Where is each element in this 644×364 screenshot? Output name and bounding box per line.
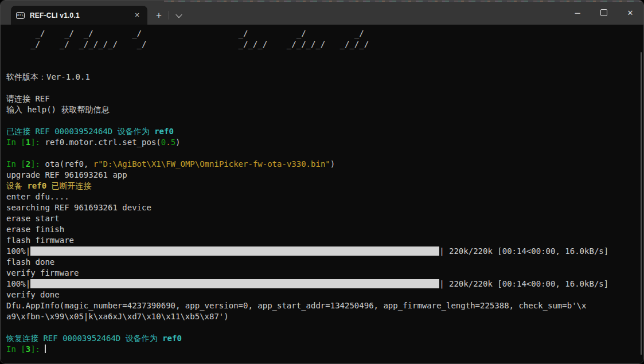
- terminal-line: In [2]: ota(ref0, r"D:\AgiBot\X1\FW_OMP\…: [6, 159, 643, 170]
- minimize-button[interactable]: ─: [564, 1, 591, 25]
- terminal-line: In [1]: ref0.motor.ctrl.set_pos(0.5): [6, 137, 643, 148]
- terminal-line: _/ _/ _/ _/ _/ _/ _/: [6, 28, 643, 39]
- terminal-line: [6, 115, 643, 126]
- terminal-line: [6, 148, 643, 159]
- terminal-line: 恢复连接 REF 00003952464D 设备作为 ref0: [6, 333, 643, 344]
- terminal-output[interactable]: _/ _/ _/ _/ _/ _/ _/ _/ _/ _/_/_/_/ _/ _…: [1, 25, 643, 364]
- terminal-line: 100%|| 220k/220k [00:14<00:00, 16.0kB/s]: [6, 246, 643, 257]
- terminal-line: 请连接 REF: [6, 93, 643, 104]
- terminal-line: 已连接 REF 00003952464D 设备作为 ref0: [6, 126, 643, 137]
- terminal-line: a9\xfbn-\x99\x05|k\xa6xJ\xd7\x10\x11\xb5…: [6, 311, 643, 322]
- terminal-line: _/ _/ _/_/_/_/ _/ _/_/_/ _/_/_/_/ _/_/_/: [6, 39, 643, 50]
- terminal-line: 100%|| 220k/220k [00:14<00:00, 16.0kB/s]: [6, 279, 643, 289]
- terminal-window: c:\ REF-CLI v1.0.1 ✕ + ─ ✕ _/ _/ _/ _/ _…: [0, 0, 644, 364]
- terminal-line: [6, 50, 643, 61]
- terminal-line: flash done: [6, 257, 643, 268]
- terminal-line: flash firmware: [6, 235, 643, 246]
- terminal-line: 软件版本：Ver-1.0.1: [6, 72, 643, 83]
- terminal-line: Dfu.AppInfo(magic_number=4237390690, app…: [6, 300, 643, 311]
- terminal-line: 设备 ref0 已断开连接: [6, 181, 643, 191]
- tab-dropdown-button[interactable]: [170, 6, 188, 25]
- terminal-line: erase start: [6, 213, 643, 224]
- maximize-icon: [600, 9, 607, 16]
- terminal-line: 输入 help() 获取帮助信息: [6, 104, 643, 115]
- window-controls: ─ ✕: [564, 1, 643, 25]
- terminal-line: enter dfu....: [6, 191, 643, 202]
- close-button[interactable]: ✕: [617, 1, 643, 25]
- terminal-line: [6, 83, 643, 93]
- scrollbar[interactable]: [641, 52, 642, 355]
- progress-bar-fill: [30, 246, 439, 256]
- cmd-icon: c:\: [16, 12, 25, 19]
- maximize-button[interactable]: [591, 1, 617, 25]
- progress-bar-fill: [30, 279, 439, 288]
- terminal-cursor: [45, 345, 46, 353]
- tab-title: REF-CLI v1.0.1: [30, 11, 80, 19]
- title-bar: c:\ REF-CLI v1.0.1 ✕ + ─ ✕: [1, 1, 643, 25]
- new-tab-button[interactable]: +: [150, 6, 167, 25]
- terminal-line: verify firmware: [6, 268, 643, 279]
- terminal-line: upgrade REF 961693261 app: [6, 170, 643, 181]
- tab-ref-cli[interactable]: c:\ REF-CLI v1.0.1 ✕: [11, 6, 147, 25]
- terminal-line: [6, 61, 643, 72]
- chevron-down-icon: [175, 11, 182, 17]
- terminal-line: In [3]:: [6, 344, 643, 355]
- terminal-line: searching REF 961693261 device: [6, 202, 643, 213]
- terminal-line: [6, 322, 643, 333]
- tab-bar-separator: [169, 11, 169, 19]
- terminal-line: erase finish: [6, 224, 643, 235]
- tab-close-icon[interactable]: ✕: [131, 10, 143, 21]
- terminal-line: verify done: [6, 289, 643, 300]
